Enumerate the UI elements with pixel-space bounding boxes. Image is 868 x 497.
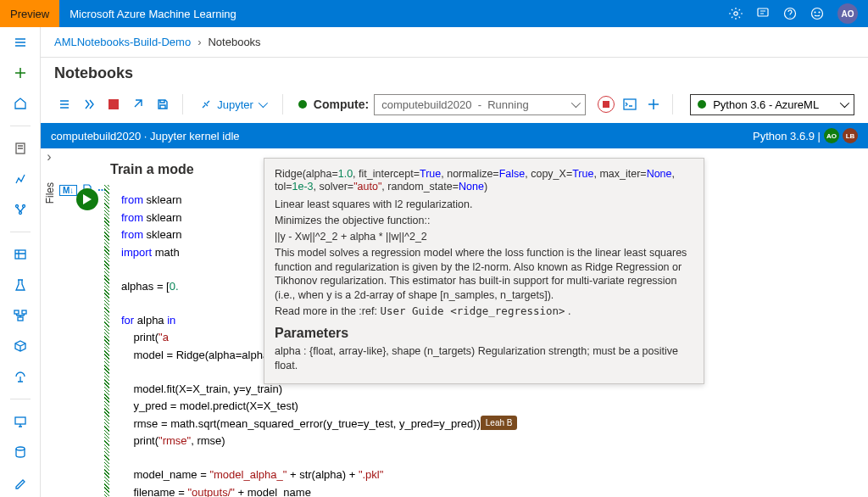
avatar[interactable]: AO: [837, 3, 858, 24]
clear-icon[interactable]: [128, 94, 147, 114]
labeling-icon[interactable]: [12, 474, 29, 491]
compute-icon[interactable]: [12, 413, 29, 430]
collaborator-avatar[interactable]: AO: [824, 128, 839, 143]
datastores-icon[interactable]: [12, 444, 29, 461]
preview-badge: Preview: [0, 0, 59, 27]
svg-rect-13: [18, 317, 23, 321]
svg-rect-17: [603, 101, 609, 108]
svg-point-5: [819, 12, 820, 13]
breadcrumb-workspace[interactable]: AMLNotebooks-Build-Demo: [54, 36, 191, 48]
notebook-icon[interactable]: [12, 140, 29, 157]
signature: Ridge(alpha=1.0, fit_intercept=True, nor…: [275, 167, 693, 193]
svg-rect-12: [22, 310, 26, 314]
python-version: Python 3.6.9 |: [753, 130, 821, 142]
jupyter-dropdown[interactable]: Jupyter: [193, 98, 272, 111]
outline-icon[interactable]: [54, 94, 74, 114]
endpoints-icon[interactable]: [12, 368, 29, 385]
status-dot-icon: [698, 100, 706, 109]
svg-point-7: [15, 205, 18, 208]
add-icon[interactable]: [12, 64, 29, 81]
link-icon: [200, 98, 212, 110]
automl-icon[interactable]: [12, 170, 29, 187]
intellisense-tooltip: Ridge(alpha=1.0, fit_intercept=True, nor…: [264, 158, 704, 384]
svg-point-8: [22, 205, 25, 208]
svg-rect-11: [14, 310, 19, 314]
gear-icon[interactable]: [729, 7, 743, 20]
notebook-toolbar: Jupyter Compute: computebuild2020 - Runn…: [41, 86, 868, 123]
compute-select[interactable]: computebuild2020 - Running: [374, 94, 586, 115]
status-dot-icon: [298, 100, 307, 109]
left-nav: [0, 27, 41, 497]
stop-icon[interactable]: [103, 94, 123, 114]
stop-compute-icon[interactable]: [598, 96, 615, 113]
svg-rect-10: [15, 250, 25, 259]
breadcrumb: AMLNotebooks-Build-Demo › Notebooks: [41, 27, 868, 58]
add-compute-icon[interactable]: [645, 96, 662, 113]
pipelines-icon[interactable]: [12, 307, 29, 324]
run-all-icon[interactable]: [79, 94, 98, 114]
kernel-select[interactable]: Python 3.6 - AzureML: [690, 94, 854, 115]
save-icon[interactable]: [153, 94, 172, 114]
designer-icon[interactable]: [12, 201, 29, 218]
svg-rect-18: [624, 99, 636, 109]
svg-point-15: [16, 447, 25, 450]
breadcrumb-current: Notebooks: [208, 36, 260, 48]
kernel-status-text: computebuild2020 · Jupyter kernel idle: [51, 130, 240, 142]
datasets-icon[interactable]: [12, 246, 29, 263]
svg-rect-1: [758, 8, 768, 16]
menu-icon[interactable]: [12, 34, 29, 51]
terminal-icon[interactable]: [621, 96, 638, 113]
help-icon[interactable]: [783, 7, 797, 20]
experiments-icon[interactable]: [12, 276, 29, 293]
breadcrumb-separator: ›: [198, 36, 201, 48]
run-cell-button[interactable]: [76, 188, 98, 210]
svg-point-9: [19, 212, 21, 215]
collapse-panel-icon[interactable]: ›: [41, 148, 58, 165]
chevron-down-icon: [259, 98, 268, 108]
svg-point-4: [815, 12, 815, 13]
cell-indicator: [104, 185, 109, 497]
kernel-status-bar: computebuild2020 · Jupyter kernel idle P…: [41, 123, 868, 148]
smile-icon[interactable]: [810, 7, 824, 20]
app-title: Microsoft Azure Machine Learning: [70, 8, 236, 20]
page-title: Notebooks: [41, 58, 868, 86]
chevron-down-icon: [571, 98, 581, 108]
home-icon[interactable]: [12, 95, 29, 112]
collaborator-cursor: Leah B: [481, 416, 518, 430]
files-tab[interactable]: Files: [41, 176, 59, 210]
svg-rect-14: [15, 417, 25, 424]
svg-rect-16: [108, 99, 119, 109]
collaborator-avatar[interactable]: LB: [843, 128, 858, 143]
compute-label: Compute:: [298, 98, 369, 111]
feedback-icon[interactable]: [756, 7, 770, 20]
svg-point-3: [812, 8, 823, 20]
parameters-heading: Parameters: [275, 326, 693, 341]
chevron-down-icon: [840, 98, 849, 108]
topbar: Preview Microsoft Azure Machine Learning…: [0, 0, 868, 27]
models-icon[interactable]: [12, 338, 29, 355]
svg-point-0: [734, 12, 737, 15]
